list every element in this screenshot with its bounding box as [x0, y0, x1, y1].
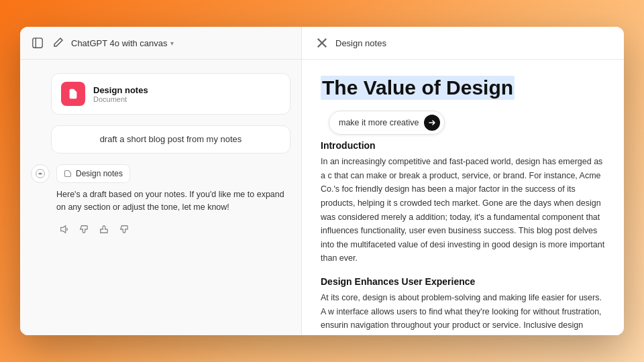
- feedback-row: [56, 222, 290, 237]
- model-selector[interactable]: ChatGPT 4o with canvas ▾: [71, 38, 174, 48]
- svg-rect-0: [33, 38, 42, 48]
- thumbs-down-icon[interactable]: [117, 222, 131, 237]
- assistant-content: Design notes Here's a draft based on you…: [56, 164, 290, 237]
- chevron-down-icon: ▾: [170, 40, 174, 47]
- speaker-icon[interactable]: [56, 222, 71, 237]
- doc-type: Document: [93, 95, 148, 103]
- doc-icon: [61, 82, 85, 106]
- doc-info: Design notes Document: [93, 85, 148, 103]
- main-window: ChatGPT 4o with canvas ▾ Design notes Do…: [20, 27, 624, 335]
- intro-text: In an increasingly competitive and fast-…: [321, 155, 605, 265]
- sidebar-toggle-icon[interactable]: [31, 36, 44, 50]
- right-panel: Design notes The Value of Design make it…: [302, 27, 624, 335]
- inline-prompt-send-button[interactable]: [424, 115, 440, 131]
- right-header: Design notes: [302, 27, 624, 60]
- assistant-text: Here's a draft based on your notes. If y…: [56, 188, 290, 215]
- user-message: draft a short blog post from my notes: [51, 125, 290, 154]
- thumbs-up-icon[interactable]: [97, 222, 111, 237]
- right-header-title: Design notes: [335, 38, 386, 48]
- intro-heading: Introduction: [321, 140, 605, 151]
- inline-prompt-text: make it more creative: [339, 118, 419, 127]
- edit-icon[interactable]: [51, 36, 64, 50]
- left-panel: ChatGPT 4o with canvas ▾ Design notes Do…: [20, 27, 302, 335]
- close-button[interactable]: [315, 36, 329, 50]
- document-main-title: The Value of Design: [321, 76, 515, 100]
- model-name: ChatGPT 4o with canvas: [71, 38, 168, 48]
- document-card[interactable]: Design notes Document: [51, 73, 290, 115]
- doc-title: Design notes: [93, 85, 148, 95]
- design-notes-chip[interactable]: Design notes: [56, 164, 130, 183]
- left-header: ChatGPT 4o with canvas ▾: [20, 27, 301, 60]
- chat-area: Design notes Document draft a short blog…: [20, 60, 301, 335]
- section1-text: At its core, design is about problem-sol…: [321, 291, 605, 335]
- svg-marker-5: [61, 226, 66, 233]
- assistant-avatar: [31, 164, 50, 183]
- inline-prompt-bar[interactable]: make it more creative: [329, 111, 445, 135]
- assistant-row: Design notes Here's a draft based on you…: [31, 164, 290, 237]
- title-line: The Value of Design make it more creativ…: [321, 76, 605, 135]
- chip-label: Design notes: [76, 169, 123, 178]
- document-content: The Value of Design make it more creativ…: [302, 60, 624, 335]
- section1-heading: Design Enhances User Experience: [321, 276, 605, 287]
- thumbs-down-bad-icon[interactable]: [76, 222, 91, 237]
